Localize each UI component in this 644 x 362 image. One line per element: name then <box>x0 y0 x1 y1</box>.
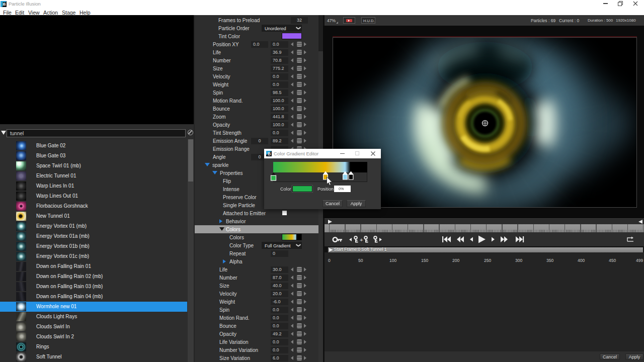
svg-text:+: + <box>360 237 363 243</box>
svg-text:B: B <box>268 151 271 156</box>
svg-text:B: B <box>3 2 6 7</box>
